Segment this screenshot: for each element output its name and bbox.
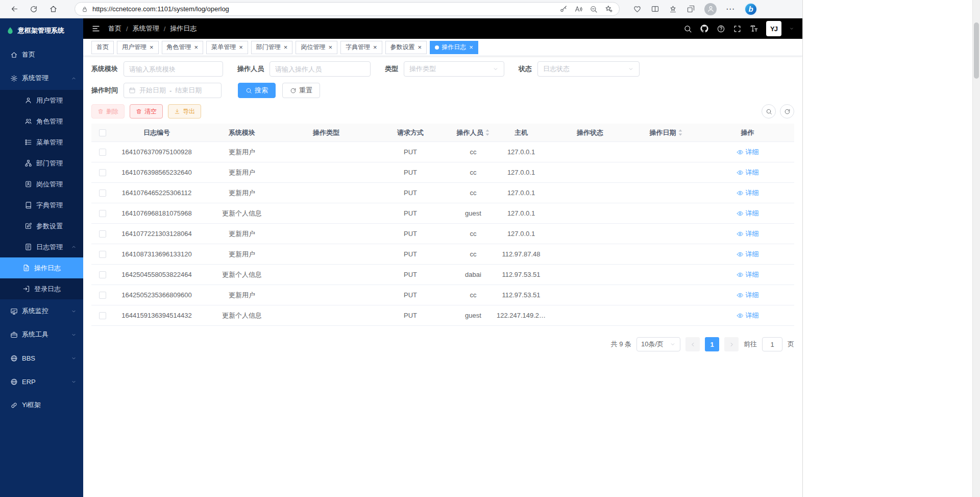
read-aloud-icon[interactable] [574, 5, 583, 13]
sidebar-item[interactable]: 登录日志 [0, 278, 83, 299]
sidebar-item[interactable]: Yi框架 [0, 393, 83, 417]
sidebar-item[interactable]: 部门管理 [0, 153, 83, 174]
breadcrumb-item[interactable]: 首页 [108, 24, 121, 33]
detail-link[interactable]: 详细 [737, 209, 759, 218]
column-header[interactable]: 操作状态 [549, 128, 631, 137]
bing-icon[interactable]: b [744, 3, 757, 16]
sidebar-item[interactable]: 菜单管理 [0, 132, 83, 153]
column-header[interactable]: 操作人员 [453, 128, 494, 137]
page-tab[interactable]: 岗位管理 × [296, 41, 337, 54]
current-page-button[interactable]: 1 [705, 337, 719, 351]
fullscreen-icon[interactable] [733, 25, 742, 33]
close-icon[interactable]: × [284, 44, 288, 51]
sort-icon[interactable] [678, 128, 683, 137]
password-key-icon[interactable] [559, 5, 568, 13]
next-page-button[interactable] [724, 337, 739, 351]
sidebar-item[interactable]: 操作日志 [0, 257, 83, 278]
reset-button[interactable]: 重置 [282, 83, 320, 98]
column-header[interactable]: 主机 [494, 128, 549, 137]
zoom-out-icon[interactable] [590, 5, 598, 13]
show-search-button[interactable] [762, 104, 776, 119]
split-screen-icon[interactable] [651, 5, 659, 13]
scrollbar-thumb[interactable] [974, 22, 979, 79]
url-text[interactable]: https://ccnetcore.com:1101/system/log/op… [92, 5, 555, 13]
sidebar-item[interactable]: 参数设置 [0, 216, 83, 236]
close-icon[interactable]: × [150, 44, 154, 51]
row-checkbox[interactable] [99, 210, 106, 217]
profile-avatar[interactable] [704, 3, 717, 15]
page-tab[interactable]: 字典管理 × [340, 41, 382, 54]
sidebar-item[interactable]: 系统工具 [0, 323, 83, 346]
row-checkbox[interactable] [99, 251, 106, 258]
sidebar-item[interactable]: 系统管理 [0, 66, 83, 90]
help-icon[interactable] [717, 25, 725, 33]
close-icon[interactable]: × [418, 44, 422, 51]
detail-link[interactable]: 详细 [737, 250, 759, 259]
scrollbar[interactable] [972, 0, 980, 497]
detail-link[interactable]: 详细 [737, 168, 759, 177]
sidebar-item[interactable]: 字典管理 [0, 195, 83, 216]
close-icon[interactable]: × [194, 44, 199, 51]
user-logo-badge[interactable]: YJ [766, 21, 781, 36]
detail-link[interactable]: 详细 [737, 291, 759, 300]
breadcrumb-item[interactable]: 系统管理 [133, 24, 159, 33]
row-checkbox[interactable] [99, 271, 106, 278]
detail-link[interactable]: 详细 [737, 148, 759, 157]
row-checkbox[interactable] [99, 190, 106, 197]
page-tab[interactable]: 用户管理 × [117, 41, 159, 54]
browser-essentials-icon[interactable] [633, 5, 642, 13]
close-icon[interactable]: × [328, 44, 332, 51]
sort-icon[interactable] [485, 128, 490, 137]
status-select[interactable]: 日志状态 [537, 61, 640, 77]
column-header[interactable]: 请求方式 [368, 128, 453, 137]
close-icon[interactable]: × [469, 44, 473, 51]
select-all-checkbox[interactable] [99, 129, 106, 136]
address-bar[interactable]: https://ccnetcore.com:1101/system/log/op… [75, 2, 620, 16]
github-icon[interactable] [700, 24, 709, 33]
column-header[interactable]: 操作日期 [631, 128, 701, 137]
page-tab[interactable]: 角色管理 × [162, 41, 204, 54]
operator-input[interactable] [270, 61, 371, 77]
sidebar-item[interactable]: BBS [0, 346, 83, 370]
sidebar-item[interactable]: 日志管理 [0, 236, 83, 257]
collections-icon[interactable] [687, 5, 695, 13]
font-size-icon[interactable] [749, 24, 758, 33]
more-menu-icon[interactable]: ⋯ [726, 4, 735, 14]
page-tab[interactable]: 部门管理 × [251, 41, 293, 54]
row-checkbox[interactable] [99, 312, 106, 319]
column-header[interactable]: 操作类型 [284, 128, 368, 137]
detail-link[interactable]: 详细 [737, 229, 759, 239]
export-button[interactable]: 导出 [168, 104, 201, 119]
sidebar-toggle-icon[interactable] [91, 24, 101, 33]
page-tab[interactable]: 参数设置 × [385, 41, 427, 54]
module-input[interactable] [124, 61, 223, 77]
row-checkbox[interactable] [99, 292, 106, 299]
browser-back-button[interactable] [7, 2, 21, 16]
sidebar-item[interactable]: 首页 [0, 43, 83, 66]
type-select[interactable]: 操作类型 [404, 61, 504, 77]
detail-link[interactable]: 详细 [737, 270, 759, 279]
page-tab[interactable]: 菜单管理 × [206, 41, 248, 54]
sidebar-item[interactable]: 角色管理 [0, 111, 83, 132]
detail-link[interactable]: 详细 [737, 311, 759, 320]
goto-page-input[interactable] [762, 337, 782, 351]
column-header[interactable]: 系统模块 [200, 128, 284, 137]
column-header[interactable]: 操作 [701, 128, 794, 137]
refresh-table-button[interactable] [780, 104, 794, 119]
add-favorite-icon[interactable] [604, 5, 613, 13]
chevron-down-icon[interactable] [789, 26, 794, 31]
sidebar-item[interactable]: 岗位管理 [0, 174, 83, 195]
search-icon[interactable] [683, 25, 692, 33]
column-header[interactable]: 日志编号 [114, 128, 200, 137]
page-size-select[interactable]: 10条/页 [636, 337, 680, 351]
close-icon[interactable]: × [239, 44, 243, 51]
page-tab[interactable]: 操作日志 × [430, 41, 478, 54]
page-tab[interactable]: 首页 × [91, 41, 114, 54]
sidebar-item[interactable]: ERP [0, 370, 83, 393]
prev-page-button[interactable] [685, 337, 700, 351]
delete-button[interactable]: 删除 [91, 104, 125, 119]
browser-refresh-button[interactable] [27, 2, 41, 16]
row-checkbox[interactable] [99, 169, 106, 176]
sidebar-item[interactable]: 系统监控 [0, 299, 83, 323]
sidebar-item[interactable]: 用户管理 [0, 90, 83, 111]
